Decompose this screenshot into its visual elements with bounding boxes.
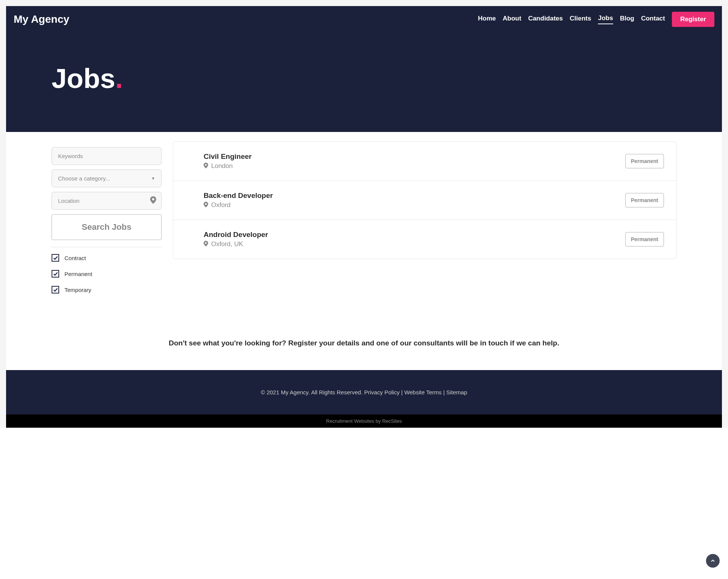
job-location: Oxford bbox=[204, 201, 273, 209]
job-title: Android Developer bbox=[204, 231, 268, 239]
hero: Jobs. bbox=[6, 33, 722, 132]
job-results: Civil Engineer London Permanent Back-end… bbox=[173, 141, 676, 259]
job-type-badge: Permanent bbox=[625, 193, 664, 207]
separator: | bbox=[442, 389, 446, 395]
cta-text: Don't see what you're looking for? Regis… bbox=[14, 339, 714, 347]
job-type-badge: Permanent bbox=[625, 232, 664, 246]
hero-title-text: Jobs bbox=[52, 63, 115, 94]
filter-list: Contract Permanent Temporary bbox=[52, 254, 162, 293]
privacy-link[interactable]: Privacy Policy bbox=[364, 389, 400, 395]
checkbox-icon bbox=[52, 270, 59, 278]
page-title: Jobs. bbox=[52, 63, 722, 94]
subfooter-prefix: Recruitment Websites by bbox=[326, 418, 382, 424]
search-button[interactable]: Search Jobs bbox=[52, 214, 162, 240]
subfooter: Recruitment Websites by RecSites bbox=[6, 414, 722, 428]
job-location: London bbox=[204, 162, 252, 170]
job-location-text: Oxford bbox=[211, 201, 231, 209]
job-title: Civil Engineer bbox=[204, 152, 252, 161]
separator: | bbox=[400, 389, 404, 395]
filter-label: Contract bbox=[64, 255, 86, 261]
keywords-input[interactable] bbox=[52, 147, 162, 165]
job-info: Civil Engineer London bbox=[204, 152, 252, 170]
filter-label: Temporary bbox=[64, 287, 91, 293]
location-pin-icon bbox=[204, 241, 208, 248]
subfooter-text: Recruitment Websites by RecSites bbox=[14, 418, 714, 424]
main-content: Choose a category... ▼ Search Jobs Contr… bbox=[6, 132, 722, 324]
main-nav: Home About Candidates Clients Jobs Blog … bbox=[478, 12, 714, 27]
job-info: Android Developer Oxford, UK bbox=[204, 231, 268, 248]
location-pin-icon bbox=[204, 163, 208, 170]
recsites-link[interactable]: RecSites bbox=[382, 418, 402, 424]
chevron-down-icon: ▼ bbox=[151, 176, 155, 180]
nav-jobs[interactable]: Jobs bbox=[598, 14, 613, 24]
location-input[interactable] bbox=[52, 192, 162, 210]
divider bbox=[52, 247, 162, 247]
nav-home[interactable]: Home bbox=[478, 15, 496, 24]
job-card[interactable]: Civil Engineer London Permanent bbox=[173, 142, 676, 181]
footer: © 2021 My Agency. All Rights Reserved. P… bbox=[6, 370, 722, 414]
checkbox-icon bbox=[52, 286, 59, 293]
job-info: Back-end Developer Oxford bbox=[204, 191, 273, 209]
filter-label: Permanent bbox=[64, 271, 92, 277]
register-button[interactable]: Register bbox=[672, 12, 714, 27]
sitemap-link[interactable]: Sitemap bbox=[446, 389, 467, 395]
job-type-badge: Permanent bbox=[625, 154, 664, 168]
cta-register-link[interactable]: Register your details bbox=[288, 339, 359, 347]
nav-about[interactable]: About bbox=[503, 15, 521, 24]
copyright: © 2021 My Agency. All Rights Reserved. bbox=[261, 389, 364, 395]
job-location-text: Oxford, UK bbox=[211, 240, 243, 248]
filter-contract[interactable]: Contract bbox=[52, 254, 162, 262]
location-pin-icon bbox=[150, 196, 156, 206]
nav-contact[interactable]: Contact bbox=[641, 15, 665, 24]
footer-text: © 2021 My Agency. All Rights Reserved. P… bbox=[14, 389, 714, 395]
search-form: Choose a category... ▼ Search Jobs bbox=[52, 140, 162, 240]
header: My Agency Home About Candidates Clients … bbox=[6, 6, 722, 33]
category-placeholder: Choose a category... bbox=[58, 175, 110, 182]
nav-clients[interactable]: Clients bbox=[570, 15, 592, 24]
category-select[interactable]: Choose a category... ▼ bbox=[52, 169, 162, 187]
nav-blog[interactable]: Blog bbox=[620, 15, 634, 24]
location-pin-icon bbox=[204, 202, 208, 209]
job-title: Back-end Developer bbox=[204, 191, 273, 200]
terms-link[interactable]: Website Terms bbox=[404, 389, 442, 395]
job-location-text: London bbox=[211, 162, 233, 170]
cta-section: Don't see what you're looking for? Regis… bbox=[6, 324, 722, 370]
checkbox-icon bbox=[52, 254, 59, 262]
sidebar: Choose a category... ▼ Search Jobs Contr… bbox=[52, 140, 162, 293]
cta-prefix: Don't see what you're looking for? bbox=[169, 339, 288, 347]
job-location: Oxford, UK bbox=[204, 240, 268, 248]
nav-candidates[interactable]: Candidates bbox=[528, 15, 563, 24]
job-card[interactable]: Android Developer Oxford, UK Permanent bbox=[173, 220, 676, 259]
logo[interactable]: My Agency bbox=[14, 13, 69, 25]
filter-temporary[interactable]: Temporary bbox=[52, 286, 162, 293]
hero-title-dot: . bbox=[115, 63, 123, 94]
cta-suffix: and one of our consultants will be in to… bbox=[359, 339, 559, 347]
filter-permanent[interactable]: Permanent bbox=[52, 270, 162, 278]
job-card[interactable]: Back-end Developer Oxford Permanent bbox=[173, 181, 676, 220]
